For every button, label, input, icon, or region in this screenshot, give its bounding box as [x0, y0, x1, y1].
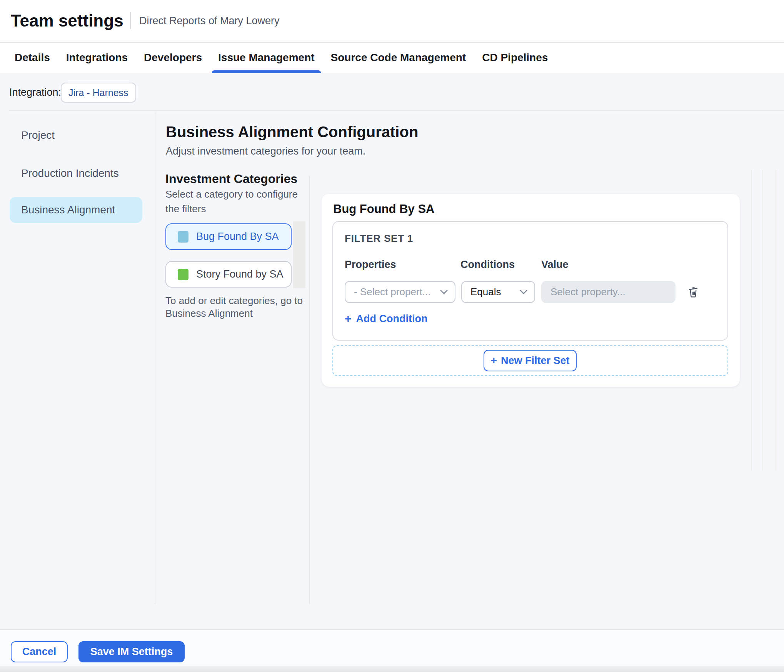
scroll-gutter-line-2 [762, 170, 763, 471]
tab-cd-pipelines[interactable]: CD Pipelines [482, 42, 548, 73]
plus-icon: + [491, 354, 497, 367]
integration-chip[interactable]: Jira - Harness [61, 83, 136, 103]
category-list-scrollbar[interactable] [293, 221, 305, 288]
sidebar-item-project[interactable]: Project [10, 122, 142, 148]
section-subheading: Adjust investment categories for your te… [166, 145, 365, 158]
investment-categories-heading: Investment Categories [165, 171, 297, 186]
sidebar-divider [155, 110, 155, 604]
title-separator [130, 12, 131, 29]
page-subtitle: Direct Reports of Mary Lowery [139, 14, 280, 28]
plus-icon: + [345, 313, 352, 324]
sidebar-item-business-alignment[interactable]: Business Alignment [10, 197, 142, 223]
save-im-settings-button[interactable]: Save IM Settings [78, 641, 185, 662]
category-story-found-by-sa[interactable]: Story Found by SA [165, 261, 292, 288]
categories-divider [309, 176, 310, 604]
tab-integrations[interactable]: Integrations [66, 42, 128, 73]
category-bug-found-by-sa[interactable]: Bug Found By SA [165, 223, 292, 250]
conditions-column-label: Conditions [460, 259, 515, 270]
footer-bottom-strip [0, 666, 784, 672]
section-heading: Business Alignment Configuration [166, 123, 418, 141]
value-input[interactable]: Select property... [541, 281, 676, 303]
chevron-down-icon [440, 289, 448, 295]
active-tab-underline [212, 70, 321, 73]
bug-category-swatch [178, 231, 188, 243]
content-top-divider [9, 110, 784, 111]
add-condition-button[interactable]: + Add Condition [345, 313, 427, 324]
new-filter-set-button[interactable]: + New Filter Set [484, 350, 577, 371]
value-column-label: Value [541, 259, 569, 270]
scroll-gutter-line-1 [751, 170, 752, 471]
filter-card-heading: Bug Found By SA [333, 202, 434, 216]
scroll-gutter-line-3 [776, 170, 776, 471]
tab-source-code-management[interactable]: Source Code Management [331, 42, 466, 73]
investment-categories-description: Select a category to configure the filte… [165, 187, 304, 216]
sidebar-item-production-incidents[interactable]: Production Incidents [10, 160, 142, 186]
categories-note: To add or edit categories, go toBusiness… [165, 294, 312, 320]
trash-icon[interactable] [687, 285, 699, 298]
tab-bar: Details Integrations Developers Issue Ma… [15, 42, 548, 73]
story-category-swatch [178, 269, 188, 280]
integration-label: Integration: [9, 86, 61, 98]
chevron-down-icon [520, 289, 527, 295]
cancel-button[interactable]: Cancel [11, 641, 68, 662]
filter-set-title: FILTER SET 1 [345, 233, 413, 244]
tab-issue-management[interactable]: Issue Management [218, 42, 315, 73]
condition-select[interactable]: Equals [461, 281, 535, 303]
property-select[interactable]: - Select propert... [345, 281, 455, 303]
page-title: Team settings [11, 10, 123, 32]
team-settings-page: Team settings Direct Reports of Mary Low… [0, 0, 784, 672]
tab-developers[interactable]: Developers [144, 42, 202, 73]
properties-column-label: Properties [345, 259, 396, 270]
tab-details[interactable]: Details [15, 42, 50, 73]
